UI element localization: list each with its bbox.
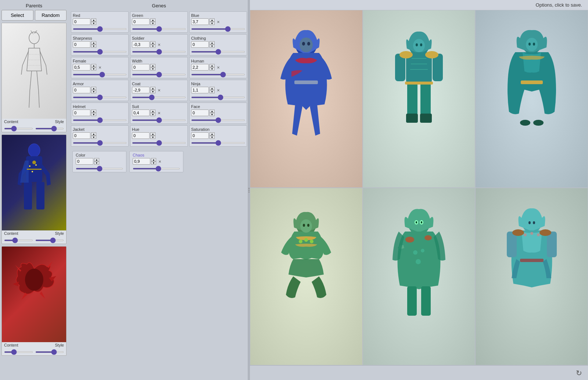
gene-input-soldier[interactable]	[132, 41, 150, 48]
parent-image-3[interactable]	[2, 247, 66, 342]
color-slider[interactable]	[76, 168, 123, 169]
gene-slider-suit[interactable]	[132, 119, 186, 121]
gene-x-button-ninja[interactable]: ×	[215, 87, 221, 93]
gene-input-width[interactable]	[132, 64, 150, 71]
gene-spin-up-red[interactable]: ▲	[91, 18, 96, 22]
gene-spin-down-saturation[interactable]: ▼	[209, 136, 215, 139]
color-spin-down[interactable]: ▼	[94, 161, 99, 165]
gene-spin-down-sharpness[interactable]: ▼	[91, 44, 96, 48]
gene-x-button-human[interactable]: ×	[215, 64, 221, 70]
parent-2-style-slider[interactable]	[35, 240, 64, 241]
character-cell-4[interactable]	[250, 188, 363, 366]
gene-spin-up-coat[interactable]: ▲	[150, 87, 155, 90]
gene-spin-down-human[interactable]: ▼	[209, 67, 215, 71]
gene-slider-coat[interactable]	[132, 97, 186, 98]
color-spin-up[interactable]: ▲	[94, 158, 99, 161]
gene-input-helmet[interactable]	[73, 110, 90, 116]
gene-slider-soldier[interactable]	[132, 51, 186, 53]
gene-x-button-coat[interactable]: ×	[156, 87, 162, 93]
gene-slider-red[interactable]	[73, 28, 127, 30]
gene-input-clothing[interactable]	[191, 41, 209, 48]
parent-item-1[interactable]: Content Style	[1, 23, 67, 132]
parent-1-style-slider[interactable]	[35, 128, 64, 129]
gene-input-armor[interactable]	[73, 87, 90, 93]
parent-3-content-slider[interactable]	[4, 351, 33, 353]
gene-spin-up-ninja[interactable]: ▲	[209, 87, 215, 90]
gene-input-saturation[interactable]	[191, 132, 209, 139]
gene-spin-down-ninja[interactable]: ▼	[209, 90, 215, 93]
gene-x-button-blue[interactable]: ×	[215, 19, 221, 25]
genes-scroll-area[interactable]: Red▲▼Green▲▼Blue▲▼×Sharpness▲▼Soldier▲▼×…	[69, 10, 248, 379]
gene-slider-green[interactable]	[132, 28, 186, 30]
gene-spin-up-green[interactable]: ▲	[150, 18, 155, 22]
gene-spin-up-width[interactable]: ▲	[150, 64, 155, 67]
chaos-input[interactable]	[133, 158, 150, 165]
refresh-button[interactable]: ↻	[576, 369, 582, 377]
gene-spin-up-helmet[interactable]: ▲	[91, 110, 96, 113]
gene-slider-helmet[interactable]	[73, 119, 127, 121]
character-cell-5[interactable]	[363, 188, 476, 366]
gene-spin-up-female[interactable]: ▲	[91, 64, 96, 67]
parent-item-3[interactable]: Content Style	[1, 246, 67, 356]
character-cell-3[interactable]	[475, 10, 588, 188]
gene-slider-female[interactable]	[73, 74, 127, 75]
gene-spin-down-suit[interactable]: ▼	[150, 113, 155, 116]
gene-slider-width[interactable]	[132, 74, 186, 75]
parent-item-2[interactable]: Content Style	[1, 135, 67, 244]
chaos-spin-up[interactable]: ▲	[151, 158, 156, 161]
gene-spin-down-blue[interactable]: ▼	[209, 22, 215, 25]
gene-slider-jacket[interactable]	[73, 142, 127, 144]
gene-slider-hue[interactable]	[132, 142, 186, 144]
parent-image-1[interactable]	[2, 23, 66, 119]
gene-spin-up-armor[interactable]: ▲	[91, 87, 96, 90]
right-panel-header[interactable]: Options, click to save.	[250, 0, 588, 10]
chaos-x-button[interactable]: ×	[157, 158, 163, 164]
gene-input-blue[interactable]	[191, 18, 209, 25]
gene-input-coat[interactable]	[132, 87, 150, 93]
gene-spin-up-suit[interactable]: ▲	[150, 110, 155, 113]
gene-slider-sharpness[interactable]	[73, 51, 127, 53]
gene-spin-down-armor[interactable]: ▼	[91, 90, 96, 93]
gene-spin-down-hue[interactable]: ▼	[150, 136, 155, 139]
gene-slider-human[interactable]	[191, 74, 245, 75]
gene-x-button-suit[interactable]: ×	[156, 110, 162, 116]
gene-input-hue[interactable]	[132, 132, 150, 139]
gene-input-face[interactable]	[191, 110, 209, 116]
gene-slider-blue[interactable]	[191, 28, 245, 30]
gene-x-button-soldier[interactable]: ×	[156, 42, 162, 47]
gene-spin-up-sharpness[interactable]: ▲	[91, 41, 96, 44]
gene-spin-up-blue[interactable]: ▲	[209, 18, 215, 22]
parent-3-style-slider[interactable]	[35, 351, 64, 353]
gene-slider-armor[interactable]	[73, 97, 127, 98]
gene-spin-down-female[interactable]: ▼	[91, 67, 96, 71]
gene-input-sharpness[interactable]	[73, 41, 90, 48]
gene-spin-down-soldier[interactable]: ▼	[150, 44, 155, 48]
gene-x-button-female[interactable]: ×	[97, 64, 103, 70]
gene-input-green[interactable]	[132, 18, 150, 25]
gene-spin-up-face[interactable]: ▲	[209, 110, 215, 113]
gene-spin-down-width[interactable]: ▼	[150, 67, 155, 71]
chaos-slider[interactable]	[133, 168, 180, 169]
character-cell-2[interactable]	[363, 10, 476, 188]
gene-slider-face[interactable]	[191, 119, 245, 121]
parent-2-content-slider[interactable]	[4, 240, 33, 241]
gene-input-jacket[interactable]	[73, 132, 90, 139]
gene-spin-up-saturation[interactable]: ▲	[209, 132, 215, 136]
gene-spin-down-face[interactable]: ▼	[209, 113, 215, 116]
gene-spin-up-human[interactable]: ▲	[209, 64, 215, 67]
character-cell-1[interactable]	[250, 10, 363, 188]
gene-input-ninja[interactable]	[191, 87, 209, 93]
random-button[interactable]: Random	[35, 10, 67, 21]
gene-spin-down-clothing[interactable]: ▼	[209, 44, 215, 48]
parent-image-2[interactable]	[2, 135, 66, 230]
gene-spin-down-jacket[interactable]: ▼	[91, 136, 96, 139]
gene-slider-ninja[interactable]	[191, 97, 245, 98]
gene-input-suit[interactable]	[132, 110, 150, 116]
gene-spin-up-jacket[interactable]: ▲	[91, 132, 96, 136]
parent-1-content-slider[interactable]	[4, 128, 33, 129]
gene-spin-down-coat[interactable]: ▼	[150, 90, 155, 93]
gene-spin-down-red[interactable]: ▼	[91, 22, 96, 25]
gene-input-female[interactable]	[73, 64, 90, 71]
gene-spin-down-helmet[interactable]: ▼	[91, 113, 96, 116]
gene-spin-down-green[interactable]: ▼	[150, 22, 155, 25]
